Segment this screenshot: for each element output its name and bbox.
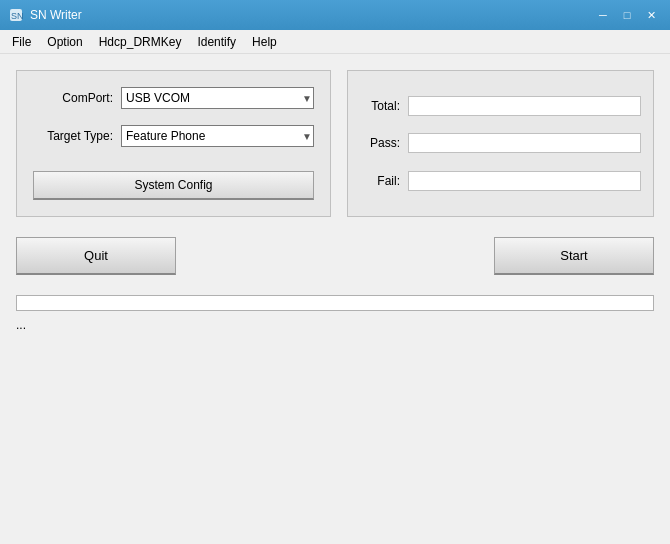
pass-input[interactable] [408,133,641,153]
quit-button[interactable]: Quit [16,237,176,275]
status-text: ... [16,316,26,334]
menu-item-identify[interactable]: Identify [189,33,244,51]
progress-bar-outer [16,295,654,311]
total-row: Total: [360,96,641,116]
maximize-button[interactable]: □ [616,5,638,25]
fail-label: Fail: [360,174,400,188]
comport-row: ComPort: USB VCOM COM1 COM2 COM3 ▼ [33,87,314,109]
start-button[interactable]: Start [494,237,654,275]
total-input[interactable] [408,96,641,116]
comport-select[interactable]: USB VCOM COM1 COM2 COM3 [121,87,314,109]
titlebar: SN SN Writer ─ □ ✕ [0,0,670,30]
left-panel: ComPort: USB VCOM COM1 COM2 COM3 ▼ Targe… [16,70,331,217]
pass-row: Pass: [360,133,641,153]
minimize-button[interactable]: ─ [592,5,614,25]
target-type-select-wrapper: Feature Phone Smart Phone Tablet ▼ [121,125,314,147]
menu-item-help[interactable]: Help [244,33,285,51]
target-type-row: Target Type: Feature Phone Smart Phone T… [33,125,314,147]
close-button[interactable]: ✕ [640,5,662,25]
target-type-select[interactable]: Feature Phone Smart Phone Tablet [121,125,314,147]
menu-item-hdcp[interactable]: Hdcp_DRMKey [91,33,190,51]
system-config-button[interactable]: System Config [33,171,314,200]
comport-select-wrapper: USB VCOM COM1 COM2 COM3 ▼ [121,87,314,109]
panels-row: ComPort: USB VCOM COM1 COM2 COM3 ▼ Targe… [16,70,654,217]
menu-item-file[interactable]: File [4,33,39,51]
svg-text:SN: SN [11,11,23,21]
menu-item-option[interactable]: Option [39,33,90,51]
status-bar-container: ... [16,295,654,332]
fail-row: Fail: [360,171,641,191]
window-controls: ─ □ ✕ [592,5,662,25]
target-type-label: Target Type: [33,129,113,143]
total-label: Total: [360,99,400,113]
app-icon: SN [8,7,24,23]
right-panel: Total: Pass: Fail: [347,70,654,217]
menubar: File Option Hdcp_DRMKey Identify Help [0,30,670,54]
window-title: SN Writer [30,8,592,22]
buttons-row: Quit Start [16,237,654,275]
pass-label: Pass: [360,136,400,150]
fail-input[interactable] [408,171,641,191]
main-content: ComPort: USB VCOM COM1 COM2 COM3 ▼ Targe… [0,54,670,544]
comport-label: ComPort: [33,91,113,105]
